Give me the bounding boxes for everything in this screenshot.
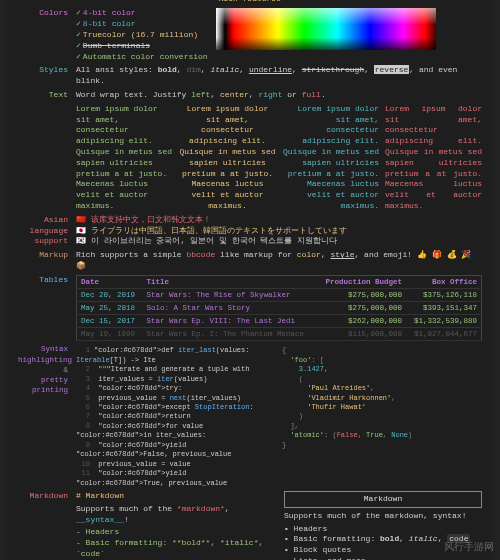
watermark: 风行手游网 <box>444 540 494 554</box>
color-spectrum <box>216 8 436 50</box>
section-label-markdown: Markdown <box>18 491 68 560</box>
pretty-block: { 'foo': [ 3.1427, ( 'Paul Atreides', 'V… <box>282 346 482 488</box>
flag-kr-icon: 🇰🇷 <box>76 236 86 245</box>
section-label-tables: Tables <box>18 275 68 342</box>
markdown-source: # Markdown Supports much of the *markdow… <box>76 491 274 560</box>
section-label-colors: Colors <box>18 8 68 62</box>
section-label-syntax: Syntax highlighting & pretty printing <box>18 344 68 488</box>
color-list: ✓4-bit color✓8-bit color✓Truecolor (16.7… <box>76 8 208 62</box>
movie-table: DateTitleProduction BudgetBox Office Dec… <box>76 275 482 342</box>
heading: Rich features <box>18 0 482 4</box>
code-block: 1"color:#c678dd">def iter_last(values: I… <box>76 346 276 488</box>
styles-demo: All ansi styles: bold, dim, italic, unde… <box>76 65 482 87</box>
flag-jp-icon: 🇯🇵 <box>76 226 86 235</box>
terminal-body[interactable]: > python -m rich Rich features Colors ✓4… <box>10 0 490 560</box>
section-label-styles: Styles <box>18 65 68 87</box>
section-label-text: Text <box>18 90 68 212</box>
section-label-markup: Markup <box>18 250 68 272</box>
terminal-window: -bash > python -m rich Rich features Col… <box>10 0 490 560</box>
markdown-box: Markdown <box>284 491 482 508</box>
section-label-asian: Asian language support <box>18 215 68 247</box>
flag-cn-icon: 🇨🇳 <box>76 215 86 224</box>
lorem-columns: Lorem ipsum dolor sit amet, consectetur … <box>76 104 482 212</box>
asian-text: 🇨🇳 该库支持中文，日文和韩文文本！ 🇯🇵 ライブラリは中国語、日本語、韓国語の… <box>76 215 482 247</box>
justify-line: Word wrap text. Justify left, center, ri… <box>76 90 482 101</box>
markup-line: Rich supports a simple bbcode like marku… <box>76 250 482 272</box>
